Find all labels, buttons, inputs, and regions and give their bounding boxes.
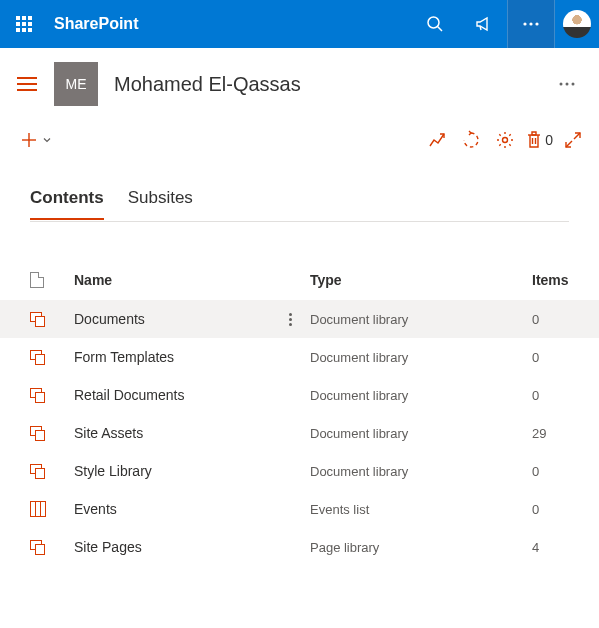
item-count: 0 bbox=[532, 502, 569, 517]
item-type: Document library bbox=[310, 426, 532, 441]
more-icon[interactable] bbox=[507, 0, 555, 48]
suite-brand[interactable]: SharePoint bbox=[54, 15, 138, 33]
item-name[interactable]: Retail Documents bbox=[74, 387, 310, 403]
item-count: 29 bbox=[532, 426, 569, 441]
suite-nav: SharePoint bbox=[0, 0, 599, 48]
item-type: Document library bbox=[310, 312, 532, 327]
item-name[interactable]: Form Templates bbox=[74, 349, 310, 365]
table-row[interactable]: Site PagesPage library4 bbox=[0, 528, 599, 566]
avatar[interactable] bbox=[563, 10, 591, 38]
usage-icon[interactable] bbox=[421, 124, 453, 156]
library-icon bbox=[30, 463, 74, 479]
item-count: 0 bbox=[532, 464, 569, 479]
library-icon bbox=[30, 349, 74, 365]
item-count: 4 bbox=[532, 540, 569, 555]
recycle-bin-button[interactable]: 0 bbox=[523, 124, 555, 156]
svg-line-13 bbox=[574, 133, 580, 139]
tab-contents[interactable]: Contents bbox=[30, 188, 104, 220]
column-header-type[interactable]: Type bbox=[310, 272, 532, 288]
column-header-items[interactable]: Items bbox=[532, 272, 569, 288]
item-type: Document library bbox=[310, 464, 532, 479]
site-header: ME Mohamed El-Qassas bbox=[0, 48, 599, 120]
svg-point-2 bbox=[523, 22, 526, 25]
svg-line-1 bbox=[438, 27, 442, 31]
column-header-name[interactable]: Name bbox=[74, 272, 310, 288]
item-name[interactable]: Site Assets bbox=[74, 425, 310, 441]
library-icon bbox=[30, 539, 74, 555]
megaphone-icon[interactable] bbox=[459, 0, 507, 48]
item-name[interactable]: Style Library bbox=[74, 463, 310, 479]
table-row[interactable]: Style LibraryDocument library0 bbox=[0, 452, 599, 490]
svg-line-14 bbox=[566, 141, 572, 147]
content-table: Name Type Items DocumentsDocument librar… bbox=[0, 272, 599, 566]
svg-point-10 bbox=[503, 138, 508, 143]
svg-point-4 bbox=[535, 22, 538, 25]
library-icon bbox=[30, 311, 74, 327]
item-count: 0 bbox=[532, 312, 569, 327]
item-type: Document library bbox=[310, 350, 532, 365]
svg-point-5 bbox=[560, 83, 563, 86]
command-bar: 0 bbox=[0, 120, 599, 164]
search-icon[interactable] bbox=[411, 0, 459, 48]
new-button[interactable] bbox=[16, 125, 56, 155]
table-row[interactable]: Site AssetsDocument library29 bbox=[0, 414, 599, 452]
svg-point-0 bbox=[428, 17, 439, 28]
item-type: Events list bbox=[310, 502, 532, 517]
library-icon bbox=[30, 425, 74, 441]
site-title: Mohamed El-Qassas bbox=[114, 73, 301, 96]
table-row[interactable]: EventsEvents list0 bbox=[0, 490, 599, 528]
item-name[interactable]: Documents bbox=[74, 311, 280, 327]
library-icon bbox=[30, 387, 74, 403]
tab-subsites[interactable]: Subsites bbox=[128, 188, 193, 220]
table-row[interactable]: DocumentsDocument library0 bbox=[0, 300, 599, 338]
item-type: Page library bbox=[310, 540, 532, 555]
item-name[interactable]: Site Pages bbox=[74, 539, 310, 555]
table-header: Name Type Items bbox=[0, 272, 599, 300]
item-type: Document library bbox=[310, 388, 532, 403]
workflow-icon[interactable] bbox=[455, 124, 487, 156]
item-count: 0 bbox=[532, 388, 569, 403]
nav-toggle-icon[interactable] bbox=[10, 67, 44, 101]
svg-point-6 bbox=[566, 83, 569, 86]
table-row[interactable]: Form TemplatesDocument library0 bbox=[0, 338, 599, 376]
table-row[interactable]: Retail DocumentsDocument library0 bbox=[0, 376, 599, 414]
pivot-tabs: Contents Subsites bbox=[0, 164, 599, 221]
site-actions-icon[interactable] bbox=[551, 68, 583, 100]
item-name[interactable]: Events bbox=[74, 501, 310, 517]
svg-point-3 bbox=[529, 22, 532, 25]
settings-icon[interactable] bbox=[489, 124, 521, 156]
recycle-bin-count: 0 bbox=[545, 132, 553, 148]
item-count: 0 bbox=[532, 350, 569, 365]
app-launcher-icon[interactable] bbox=[0, 0, 48, 48]
expand-icon[interactable] bbox=[557, 124, 589, 156]
column-header-icon[interactable] bbox=[30, 272, 74, 288]
row-actions-icon[interactable] bbox=[280, 313, 300, 326]
list-icon bbox=[30, 501, 74, 517]
site-logo[interactable]: ME bbox=[54, 62, 98, 106]
svg-point-7 bbox=[572, 83, 575, 86]
